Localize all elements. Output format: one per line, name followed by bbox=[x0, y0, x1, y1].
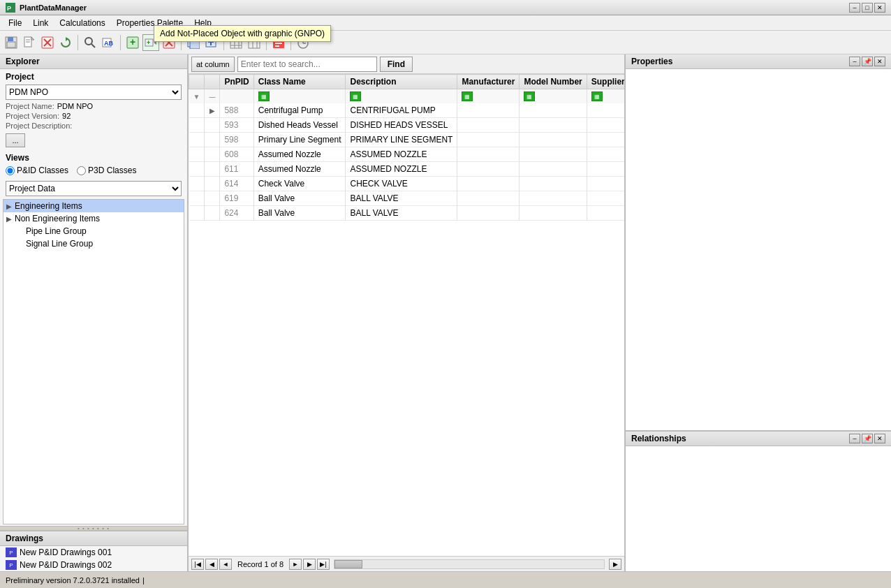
save-button[interactable] bbox=[3, 34, 20, 51]
project-selector[interactable]: PDM NPO bbox=[6, 84, 182, 100]
close-button[interactable]: ✕ bbox=[874, 3, 885, 13]
row-description-1: DISHED HEADS VESSEL bbox=[346, 118, 457, 133]
nav-prev[interactable]: ◀ bbox=[205, 559, 218, 570]
add-object-button[interactable]: + bbox=[124, 34, 141, 51]
row-manufacturer-0 bbox=[457, 103, 520, 118]
rename-button[interactable]: AB bbox=[100, 34, 117, 51]
project-name-label: Project Name: bbox=[6, 102, 54, 110]
refresh-button[interactable] bbox=[57, 34, 74, 51]
search-button[interactable] bbox=[82, 34, 98, 51]
radio-p3d-label[interactable]: P3D Classes bbox=[77, 166, 136, 175]
minimize-button[interactable]: – bbox=[849, 3, 860, 13]
row-description-4: ASSUMED NOZZLE bbox=[346, 162, 457, 177]
table-row[interactable]: 619 Ball Valve BALL VALVE bbox=[189, 191, 625, 206]
drawings-section: Drawings P New P&ID Drawings 001 P New P… bbox=[0, 530, 187, 571]
ellipsis-button[interactable]: ... bbox=[6, 133, 25, 147]
row-expand-1 bbox=[205, 118, 220, 133]
radio-pid[interactable] bbox=[6, 166, 15, 175]
delete-button[interactable] bbox=[39, 34, 56, 51]
filter-supplier-icon: ▦ bbox=[591, 91, 603, 101]
row-supplier-6 bbox=[587, 191, 624, 206]
row-selector-7 bbox=[189, 206, 205, 221]
radio-p3d[interactable] bbox=[77, 166, 86, 175]
row-supplier-4 bbox=[587, 162, 624, 177]
tree-label-non-engineering: Non Engineering Items bbox=[15, 214, 100, 223]
table-row[interactable]: 608 Assumed Nozzle ASSUMED NOZZLE bbox=[189, 147, 625, 162]
window-controls: – □ ✕ bbox=[849, 3, 885, 13]
properties-close[interactable]: ✕ bbox=[874, 57, 885, 66]
nav-last[interactable]: ▶| bbox=[317, 559, 330, 570]
restore-button[interactable]: □ bbox=[862, 3, 873, 13]
relationships-close[interactable]: ✕ bbox=[874, 434, 885, 443]
tree-item-pipe-line-group[interactable]: Pipe Line Group bbox=[3, 225, 184, 237]
col-description[interactable]: Description bbox=[346, 75, 457, 89]
row-modelnumber-7 bbox=[520, 206, 587, 221]
row-pnpid-6: 619 bbox=[220, 191, 253, 206]
horizontal-scrollbar[interactable] bbox=[334, 559, 605, 569]
menu-file[interactable]: File bbox=[3, 17, 27, 29]
relationships-pin[interactable]: 📌 bbox=[862, 434, 873, 443]
properties-pin[interactable]: 📌 bbox=[862, 57, 873, 66]
nav-scroll-right[interactable]: ▶ bbox=[609, 559, 621, 570]
nav-next[interactable]: ▶ bbox=[303, 559, 316, 570]
nav-prev-page[interactable]: ◄ bbox=[219, 559, 232, 570]
project-name-row: Project Name: PDM NPO bbox=[0, 101, 187, 111]
svg-rect-41 bbox=[275, 45, 279, 47]
col-modelnumber[interactable]: Model Number bbox=[520, 75, 587, 89]
views-label: Views bbox=[6, 153, 182, 163]
row-expand-0: ▶ bbox=[205, 103, 220, 118]
filter-classname-icon: ▦ bbox=[258, 91, 270, 101]
table-row[interactable]: 624 Ball Valve BALL VALVE bbox=[189, 206, 625, 221]
tree-item-signal-line-group[interactable]: Signal Line Group bbox=[3, 237, 184, 250]
project-description-label: Project Description: bbox=[6, 122, 72, 130]
row-modelnumber-1 bbox=[520, 118, 587, 133]
relationships-minimize[interactable]: – bbox=[849, 434, 860, 443]
col-pnpid[interactable]: PnPID bbox=[220, 75, 253, 89]
tree-item-engineering-items[interactable]: ▶ Engineering Items bbox=[3, 200, 184, 212]
grid-container[interactable]: PnPID Class Name Description Manufacture… bbox=[189, 74, 624, 556]
drawing-item-001[interactable]: P New P&ID Drawings 001 bbox=[0, 546, 187, 559]
search-input[interactable] bbox=[237, 57, 377, 72]
last-column-button[interactable]: at column bbox=[191, 57, 235, 72]
row-supplier-2 bbox=[587, 133, 624, 147]
filter-modelnumber-icon: ▦ bbox=[524, 91, 535, 101]
col-classname[interactable]: Class Name bbox=[253, 75, 346, 89]
main-area: Explorer Project PDM NPO Project Name: P… bbox=[0, 54, 891, 571]
col-manufacturer[interactable]: Manufacturer bbox=[457, 75, 520, 89]
properties-controls: – 📌 ✕ bbox=[849, 57, 885, 66]
filter-description-icon: ▦ bbox=[350, 91, 361, 101]
svg-rect-4 bbox=[7, 42, 15, 47]
new-button[interactable] bbox=[21, 34, 38, 51]
table-row[interactable]: 611 Assumed Nozzle ASSUMED NOZZLE bbox=[189, 162, 625, 177]
row-manufacturer-7 bbox=[457, 206, 520, 221]
row-selector-4 bbox=[189, 162, 205, 177]
svg-text:P: P bbox=[7, 5, 11, 12]
drawing-item-002[interactable]: P New P&ID Drawings 002 bbox=[0, 559, 187, 571]
filter-manufacturer-icon: ▦ bbox=[462, 91, 473, 101]
table-row[interactable]: 614 Check Valve CHECK VALVE bbox=[189, 177, 625, 191]
properties-minimize[interactable]: – bbox=[849, 57, 860, 66]
table-row[interactable]: 593 Dished Heads Vessel DISHED HEADS VES… bbox=[189, 118, 625, 133]
svg-marker-6 bbox=[31, 37, 34, 40]
row-description-2: PRIMARY LINE SEGMENT bbox=[346, 133, 457, 147]
tree-arrow-engineering: ▶ bbox=[6, 203, 15, 210]
radio-pid-label[interactable]: P&ID Classes bbox=[6, 166, 68, 175]
svg-text:AB: AB bbox=[104, 40, 113, 47]
filter-pnpid bbox=[220, 89, 253, 104]
table-row[interactable]: ▶ 588 Centrifugal Pump CENTRIFUGAL PUMP bbox=[189, 103, 625, 118]
nav-next-page[interactable]: ► bbox=[289, 559, 302, 570]
explorer-panel: Explorer Project PDM NPO Project Name: P… bbox=[0, 54, 189, 571]
relationships-panel: Relationships – 📌 ✕ bbox=[626, 432, 891, 571]
table-row[interactable]: 598 Primary Line Segment PRIMARY LINE SE… bbox=[189, 133, 625, 147]
data-selector[interactable]: Project Data bbox=[6, 181, 182, 196]
col-supplier[interactable]: Supplier bbox=[587, 75, 624, 89]
find-button[interactable]: Find bbox=[380, 57, 413, 72]
row-classname-1: Dished Heads Vessel bbox=[253, 118, 346, 133]
menu-calculations[interactable]: Calculations bbox=[54, 17, 110, 29]
row-expand-5 bbox=[205, 177, 220, 191]
menu-link[interactable]: Link bbox=[27, 17, 54, 29]
record-info: Record 1 of 8 bbox=[233, 560, 288, 568]
tree-item-non-engineering-items[interactable]: ▶ Non Engineering Items bbox=[3, 212, 184, 225]
nav-first[interactable]: |◀ bbox=[191, 559, 204, 570]
row-pnpid-4: 611 bbox=[220, 162, 253, 177]
